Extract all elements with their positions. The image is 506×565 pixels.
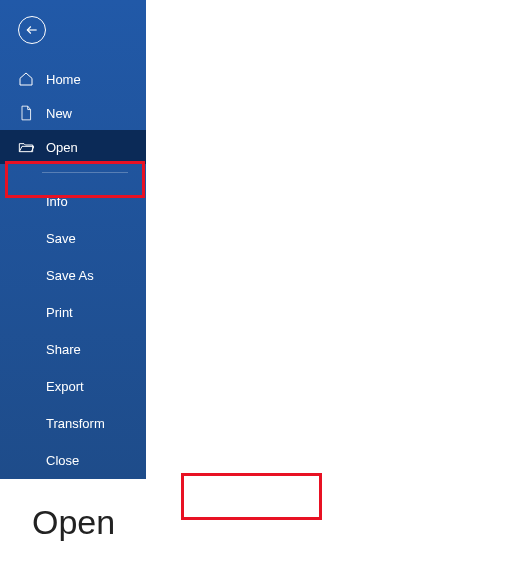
nav-saveas[interactable]: Save As	[0, 257, 146, 294]
folder-open-icon	[18, 139, 34, 155]
nav-home-label: Home	[46, 72, 81, 87]
nav-open[interactable]: Open	[0, 130, 146, 164]
nav-open-label: Open	[46, 140, 78, 155]
document-icon	[18, 105, 34, 121]
back-button[interactable]	[18, 16, 46, 44]
nav-print[interactable]: Print	[0, 294, 146, 331]
main-panel: Open Recent Files Needing Attention Shar…	[0, 479, 506, 565]
nav-close[interactable]: Close	[0, 442, 146, 479]
nav-divider	[42, 172, 128, 173]
nav-home[interactable]: Home	[0, 62, 146, 96]
home-icon	[18, 71, 34, 87]
backstage-sidebar: Home New Open Info Save Save As Print Sh…	[0, 0, 146, 479]
nav-info[interactable]: Info	[0, 183, 146, 220]
nav-transform[interactable]: Transform	[0, 405, 146, 442]
back-arrow-icon	[25, 23, 39, 37]
page-title: Open	[32, 503, 506, 542]
nav-share[interactable]: Share	[0, 331, 146, 368]
nav-new[interactable]: New	[0, 96, 146, 130]
nav-export[interactable]: Export	[0, 368, 146, 405]
nav-save[interactable]: Save	[0, 220, 146, 257]
nav-new-label: New	[46, 106, 72, 121]
